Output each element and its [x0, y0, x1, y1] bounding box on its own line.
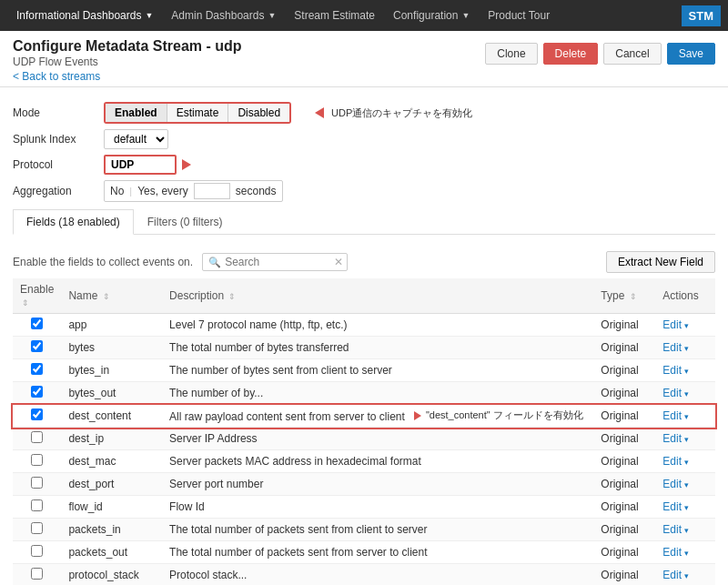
sort-icon-type: ⇕: [630, 292, 637, 301]
aggregation-yes[interactable]: Yes, every: [137, 185, 188, 197]
edit-link[interactable]: Edit: [662, 432, 682, 445]
field-enable-checkbox[interactable]: [31, 568, 43, 580]
field-type: Original: [593, 382, 655, 405]
edit-link[interactable]: Edit: [662, 364, 682, 377]
search-box[interactable]: 🔍 ✕: [202, 253, 348, 271]
field-description: The number of bytes sent from client to …: [162, 359, 593, 382]
field-description: Server packets MAC address in hexadecima…: [162, 450, 593, 473]
table-row: dest_contentAll raw payload content sent…: [13, 405, 715, 428]
th-actions: Actions: [655, 278, 715, 314]
tab-fields[interactable]: Fields (18 enabled): [13, 209, 134, 235]
nav-informational-dashboards[interactable]: Informational Dashboards ▼: [7, 0, 162, 31]
field-actions: Edit ▾: [655, 541, 715, 564]
field-description: The total number of bytes transferred: [162, 337, 593, 359]
field-name: app: [61, 314, 162, 337]
save-button[interactable]: Save: [667, 43, 715, 65]
edit-link[interactable]: Edit: [662, 478, 682, 490]
field-enable-checkbox[interactable]: [31, 431, 43, 443]
edit-link[interactable]: Edit: [662, 318, 682, 331]
field-actions: Edit ▾: [655, 337, 715, 359]
dest-annotation-arrow: [414, 411, 421, 420]
field-description: Level 7 protocol name (http, ftp, etc.): [162, 314, 593, 337]
field-type: Original: [593, 314, 655, 337]
field-type: Original: [593, 473, 655, 496]
field-enable-checkbox[interactable]: [31, 477, 43, 489]
nav-stream-estimate[interactable]: Stream Estimate: [285, 0, 384, 31]
table-row: dest_portServer port numberOriginalEdit …: [13, 473, 715, 496]
field-enable-checkbox[interactable]: [31, 386, 43, 398]
field-enable-checkbox[interactable]: [31, 408, 43, 420]
nav-admin-dashboards[interactable]: Admin Dashboards ▼: [162, 0, 285, 31]
edit-link[interactable]: Edit: [662, 546, 682, 559]
mode-label: Mode: [13, 106, 104, 119]
mode-annotation-text: UDP通信のキャプチャを有効化: [331, 106, 472, 120]
fields-description: Enable the fields to collect events on.: [13, 256, 193, 268]
nav-product-tour[interactable]: Product Tour: [479, 0, 559, 31]
extract-new-field-button[interactable]: Extract New Field: [606, 251, 715, 273]
mode-enabled-button[interactable]: Enabled: [106, 104, 167, 122]
edit-link[interactable]: Edit: [662, 500, 682, 513]
edit-chevron-icon: ▾: [682, 412, 689, 421]
field-description: The total number of packets sent from se…: [162, 541, 593, 564]
edit-chevron-icon: ▾: [682, 571, 689, 580]
search-clear-icon[interactable]: ✕: [334, 256, 343, 268]
field-enable-checkbox[interactable]: [31, 363, 43, 375]
edit-link[interactable]: Edit: [662, 523, 682, 536]
sort-icon-name: ⇕: [103, 292, 110, 301]
search-input[interactable]: [225, 256, 334, 268]
table-row: bytes_outThe number of by...OriginalEdit…: [13, 382, 715, 405]
table-row: packets_inThe total number of packets se…: [13, 519, 715, 541]
field-enable-checkbox[interactable]: [31, 522, 43, 534]
aggregation-seconds-input[interactable]: [194, 183, 230, 199]
field-enable-checkbox[interactable]: [31, 318, 43, 329]
field-name: packets_out: [61, 541, 162, 564]
edit-link[interactable]: Edit: [662, 387, 682, 399]
field-enable-checkbox[interactable]: [31, 545, 43, 557]
mode-estimate-button[interactable]: Estimate: [167, 104, 229, 122]
field-description: Server IP Address: [162, 428, 593, 450]
mode-annotation-arrow: [315, 107, 324, 118]
page-title: Configure Metadata Stream - udp: [13, 38, 242, 55]
field-name: dest_port: [61, 473, 162, 496]
protocol-input[interactable]: [104, 155, 177, 175]
edit-chevron-icon: ▾: [682, 526, 689, 535]
cancel-button[interactable]: Cancel: [603, 43, 661, 65]
aggregation-no[interactable]: No: [110, 185, 124, 197]
field-name: dest_content: [61, 405, 162, 428]
field-enable-checkbox[interactable]: [31, 340, 43, 352]
tabs-row: Fields (18 enabled) Filters (0 filters): [13, 209, 715, 235]
table-row: packets_outThe total number of packets s…: [13, 541, 715, 564]
field-type: Original: [593, 496, 655, 519]
field-description: The number of by...: [162, 382, 593, 405]
nav-configuration[interactable]: Configuration ▼: [384, 0, 479, 31]
edit-link[interactable]: Edit: [662, 455, 682, 468]
mode-disabled-button[interactable]: Disabled: [228, 104, 289, 122]
table-row: flow_idFlow IdOriginalEdit ▾: [13, 496, 715, 519]
mode-group: Enabled Estimate Disabled: [104, 102, 291, 124]
edit-link[interactable]: Edit: [662, 409, 682, 422]
th-description: Description ⇕: [162, 278, 593, 314]
th-name: Name ⇕: [61, 278, 162, 314]
field-name: packets_in: [61, 519, 162, 541]
delete-button[interactable]: Delete: [543, 43, 599, 65]
edit-link[interactable]: Edit: [662, 569, 682, 581]
chevron-down-icon: ▼: [268, 11, 276, 20]
field-type: Original: [593, 541, 655, 564]
back-link[interactable]: < Back to streams: [13, 70, 100, 83]
field-type: Original: [593, 564, 655, 586]
field-description: All raw payload content sent from server…: [162, 405, 593, 428]
dest-annotation-text: "dest_content" フィールドを有効化: [426, 408, 583, 422]
field-enable-checkbox[interactable]: [31, 454, 43, 466]
field-enable-checkbox[interactable]: [31, 499, 43, 511]
field-name: dest_mac: [61, 450, 162, 473]
splunk-index-select[interactable]: default: [104, 129, 168, 149]
protocol-label: Protocol: [13, 158, 104, 171]
edit-link[interactable]: Edit: [662, 341, 682, 354]
field-actions: Edit ▾: [655, 359, 715, 382]
field-type: Original: [593, 519, 655, 541]
clone-button[interactable]: Clone: [485, 43, 537, 65]
protocol-row: Protocol: [13, 155, 715, 175]
tab-filters[interactable]: Filters (0 filters): [134, 209, 237, 235]
table-row: dest_ipServer IP AddressOriginalEdit ▾: [13, 428, 715, 450]
table-body: appLevel 7 protocol name (http, ftp, etc…: [13, 314, 715, 586]
